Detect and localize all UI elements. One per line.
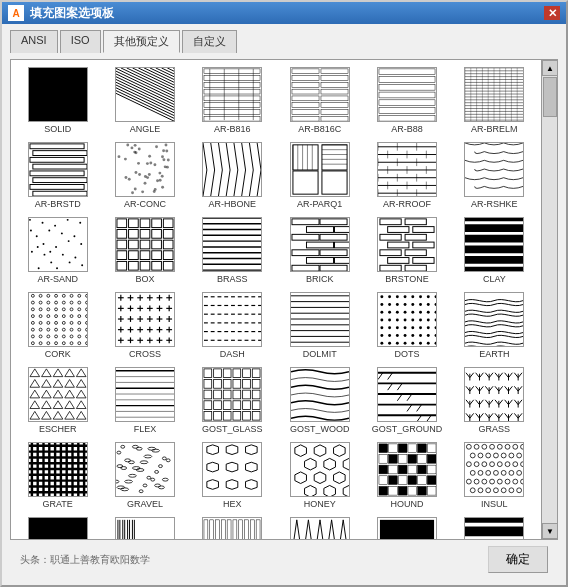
svg-point-548 [411,303,414,306]
pattern-item-brick[interactable]: BRICK [277,214,362,287]
svg-rect-816 [29,518,87,539]
svg-point-536 [396,319,399,322]
scrollbar-track[interactable] [542,76,557,523]
pattern-item-dots[interactable]: DOTS [364,289,449,362]
svg-point-524 [380,334,383,337]
pattern-item-grass[interactable]: GRASS [452,364,537,437]
pattern-label-ar-conc: AR-CONC [124,199,166,209]
pattern-item-line1[interactable] [15,514,100,539]
svg-point-127 [146,176,149,179]
svg-point-547 [411,295,414,298]
svg-point-107 [161,155,164,158]
pattern-item-box[interactable]: BOX [102,214,187,287]
pattern-item-insul[interactable]: INSUL [452,439,537,512]
pattern-label-cross: CROSS [129,349,161,359]
pattern-item-dolmit[interactable]: DOLMIT [277,289,362,362]
pattern-item-gost_ground[interactable]: GOST_GROUND [364,364,449,437]
svg-rect-744 [389,465,398,474]
pattern-item-clay[interactable]: CLAY [452,214,537,287]
svg-point-106 [158,172,161,175]
svg-point-561 [427,295,430,298]
pattern-item-brstone[interactable]: BRSTONE [364,214,449,287]
svg-point-522 [380,319,383,322]
pattern-item-brass[interactable]: BRASS [190,214,275,287]
svg-point-213 [30,230,32,232]
pattern-preview-brstone [377,217,437,272]
pattern-item-cork[interactable]: CORK [15,289,100,362]
pattern-label-clay: CLAY [483,274,506,284]
pattern-item-dash[interactable]: DASH [190,289,275,362]
svg-point-207 [66,219,68,221]
pattern-item-angle[interactable]: ANGLE [102,64,187,137]
pattern-item-line2[interactable] [102,514,187,539]
pattern-item-hex[interactable]: HEX [190,439,275,512]
svg-point-205 [41,222,43,224]
svg-point-551 [411,326,414,329]
pattern-item-cross[interactable]: CROSS [102,289,187,362]
close-button[interactable]: ✕ [544,6,560,20]
pattern-item-line5[interactable] [364,514,449,539]
app-icon: A [8,5,24,21]
tab-other[interactable]: 其他预定义 [103,30,180,53]
pattern-item-ar-rshke[interactable]: AR-RSHKE [452,139,537,212]
pattern-item-line3[interactable] [190,514,275,539]
svg-point-558 [419,326,422,329]
pattern-item-ar-sand[interactable]: AR-SAND [15,214,100,287]
pattern-item-escher[interactable]: ESCHER [15,364,100,437]
pattern-preview-gost_wood [290,367,350,422]
svg-point-566 [427,334,430,337]
scroll-down-button[interactable]: ▼ [542,523,558,539]
pattern-item-honey[interactable]: HONEY [277,439,362,512]
svg-point-225 [68,261,70,263]
pattern-item-gost_glass[interactable]: GOST_GLASS [190,364,275,437]
svg-point-567 [427,342,430,345]
pattern-item-ar-rroof[interactable]: AR-RROOF [364,139,449,212]
pattern-item-grate[interactable]: GRATE [15,439,100,512]
pattern-item-earth[interactable]: EARTH [452,289,537,362]
pattern-item-ar-conc[interactable]: AR-CONC [102,139,187,212]
pattern-preview-ar-b88 [377,67,437,122]
svg-rect-826 [203,518,261,539]
pattern-item-ar-hbone[interactable]: AR-HBONE [190,139,275,212]
pattern-preview-line6 [464,517,524,539]
ok-button[interactable]: 确定 [488,546,548,573]
svg-point-228 [50,261,52,263]
pattern-preview-dots [377,292,437,347]
pattern-item-ar-brstd[interactable]: AR-BRSTD [15,139,100,212]
pattern-item-ar-b816c[interactable]: AR-B816C [277,64,362,137]
tab-custom[interactable]: 自定义 [182,30,237,53]
svg-rect-52 [378,68,436,121]
scroll-up-button[interactable]: ▲ [542,60,558,76]
pattern-item-line4[interactable] [277,514,362,539]
svg-point-546 [404,342,407,345]
svg-rect-758 [418,455,427,464]
pattern-label-escher: ESCHER [39,424,77,434]
pattern-item-ar-b88[interactable]: AR-B88 [364,64,449,137]
svg-point-527 [388,303,391,306]
svg-rect-327 [29,293,87,346]
pattern-preview-dolmit [290,292,350,347]
pattern-item-gost_wood[interactable]: GOST_WOOD [277,364,362,437]
pattern-label-ar-rroof: AR-RROOF [383,199,431,209]
scrollbar[interactable]: ▲ ▼ [541,60,557,539]
pattern-item-hound[interactable]: HOUND [364,439,449,512]
pattern-item-flex[interactable]: FLEX [102,364,187,437]
pattern-item-line6[interactable] [452,514,537,539]
pattern-item-ar-parq1[interactable]: AR-PARQ1 [277,139,362,212]
svg-point-215 [55,246,57,248]
pattern-item-gravel[interactable]: GRAVEL [102,439,187,512]
scrollbar-thumb[interactable] [543,77,557,117]
tab-ansi[interactable]: ANSI [10,30,58,53]
pattern-label-hound: HOUND [390,499,423,509]
pattern-item-solid[interactable]: SOLID [15,64,100,137]
pattern-item-ar-b816[interactable]: AR-B816 [190,64,275,137]
svg-point-102 [141,190,144,193]
window-title: 填充图案选项板 [30,5,114,22]
svg-rect-763 [427,455,436,464]
svg-rect-280 [203,218,261,271]
tab-iso[interactable]: ISO [60,30,101,53]
pattern-item-ar-brelm[interactable]: AR-BRELM [452,64,537,137]
svg-point-520 [380,303,383,306]
pattern-label-grass: GRASS [479,424,511,434]
pattern-label-ar-hbone: AR-HBONE [209,199,257,209]
